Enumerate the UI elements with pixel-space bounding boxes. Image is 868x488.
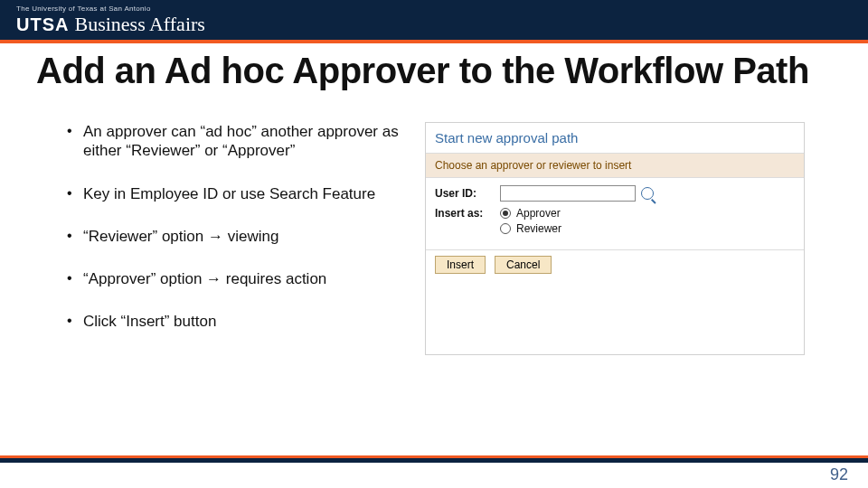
user-id-input[interactable] bbox=[500, 185, 636, 202]
slide-body: An approver can “ad hoc” another approve… bbox=[0, 91, 868, 355]
user-id-row: User ID: bbox=[435, 185, 795, 202]
slide-footer-bar bbox=[0, 455, 868, 463]
cancel-button[interactable]: Cancel bbox=[495, 256, 552, 274]
user-id-label: User ID: bbox=[435, 187, 500, 200]
radio-label: Approver bbox=[516, 207, 561, 220]
slide-title: Add an Ad hoc Approver to the Workflow P… bbox=[0, 43, 868, 91]
list-item: “Reviewer” option → viewing bbox=[63, 227, 407, 246]
slide-header: The University of Texas at San Antonio U… bbox=[0, 0, 868, 43]
insert-as-label: Insert as: bbox=[435, 207, 500, 220]
department-name: Business Affairs bbox=[74, 14, 204, 34]
bullet-list: An approver can “ad hoc” another approve… bbox=[63, 122, 407, 355]
radio-approver[interactable]: Approver bbox=[500, 207, 561, 220]
radio-icon bbox=[500, 223, 511, 234]
institution-name: The University of Texas at San Antonio bbox=[16, 5, 205, 13]
panel-buttons: Insert Cancel bbox=[426, 249, 804, 279]
radio-reviewer[interactable]: Reviewer bbox=[500, 222, 561, 235]
brand: The University of Texas at San Antonio U… bbox=[16, 5, 205, 34]
panel-subheading: Choose an approver or reviewer to insert bbox=[426, 154, 804, 178]
search-icon[interactable] bbox=[641, 187, 654, 200]
insert-button[interactable]: Insert bbox=[435, 256, 486, 274]
utsa-logo-text: UTSA bbox=[16, 15, 69, 33]
list-item: “Approver” option → requires action bbox=[63, 269, 407, 288]
list-item: Key in Employee ID or use Search Feature bbox=[63, 184, 407, 203]
page-number: 92 bbox=[830, 465, 848, 484]
panel-body: User ID: Insert as: Approver Reviewer bbox=[426, 178, 804, 249]
radio-icon bbox=[500, 208, 511, 219]
approval-panel: Start new approval path Choose an approv… bbox=[425, 122, 805, 355]
radio-label: Reviewer bbox=[516, 222, 561, 235]
list-item: Click “Insert” button bbox=[63, 312, 407, 331]
list-item: An approver can “ad hoc” another approve… bbox=[63, 122, 407, 161]
panel-heading: Start new approval path bbox=[426, 123, 804, 154]
insert-as-row: Insert as: Approver Reviewer bbox=[435, 207, 795, 235]
